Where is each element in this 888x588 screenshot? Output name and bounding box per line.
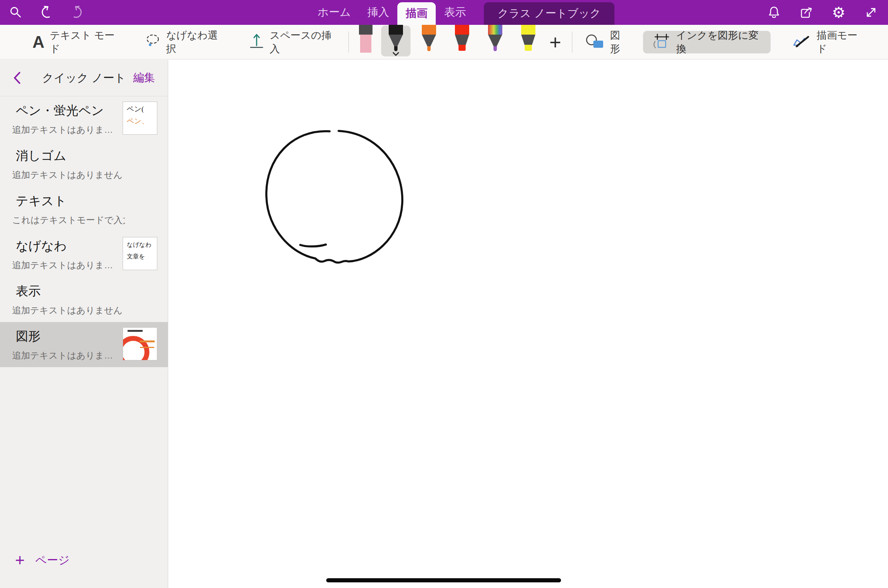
ink-to-shape-label: インクを図形に変換: [676, 29, 762, 56]
page-thumbnail: ペン(ペン、: [123, 102, 157, 135]
page-list-sidebar: クイック ノート 編集 ペン・蛍光ペン 追加テキストはありま… ペン(ペン、 消…: [0, 60, 168, 588]
page-list-item[interactable]: テキスト これはテキストモードで入力し…: [0, 187, 168, 232]
ribbon-tab-label: 挿入: [367, 5, 389, 20]
ribbon-tab-label: ホーム: [318, 5, 351, 20]
pen-icon: [388, 25, 404, 54]
page-list-item[interactable]: ペン・蛍光ペン 追加テキストはありま… ペン(ペン、: [0, 96, 168, 141]
ribbon-tab-挿入[interactable]: 挿入: [359, 0, 397, 25]
home-indicator-bar[interactable]: [326, 578, 561, 582]
pen-icon: [421, 25, 437, 54]
page-list-item[interactable]: 図形 追加テキストはありま…: [0, 322, 168, 367]
thumbnail-text-line: ペン(: [123, 102, 157, 114]
plus-icon: +: [15, 552, 25, 568]
insert-space-button[interactable]: スペースの挿入: [249, 29, 336, 56]
lasso-icon: [145, 33, 161, 50]
draw-ribbon: A テキスト モード なげなわ選択: [0, 25, 888, 59]
toolbar-divider: [572, 32, 572, 53]
sidebar-header: クイック ノート 編集: [0, 60, 168, 96]
page-subtitle: 追加テキストはありま…: [12, 124, 125, 136]
notebook-section-title: クイック ノート: [42, 70, 126, 86]
pen-icon: [487, 25, 503, 54]
ribbon-tab-ホーム[interactable]: ホーム: [309, 0, 359, 25]
text-mode-icon: A: [32, 34, 44, 50]
fullscreen-icon[interactable]: [864, 5, 878, 20]
page-title: 消しゴム: [16, 147, 157, 164]
thumbnail-text-line: 文章を: [123, 249, 157, 261]
page-list-item[interactable]: 消しゴム 追加テキストはありません: [0, 141, 168, 187]
insert-space-label: スペースの挿入: [270, 29, 336, 56]
pen-slot-orange-pen[interactable]: [412, 25, 446, 59]
top-bar-left-icons: [8, 0, 84, 25]
text-mode-button[interactable]: A テキスト モード: [32, 29, 119, 56]
top-bar: ホーム 挿入 描画 表示 クラス ノートブック ⚙: [0, 0, 888, 25]
lasso-select-button[interactable]: なげなわ選択: [145, 29, 222, 56]
page-title: テキスト: [16, 193, 157, 210]
shapes-button[interactable]: 図形: [584, 29, 628, 56]
ribbon-tab-表示[interactable]: 表示: [436, 0, 474, 25]
pen-icon: [357, 25, 374, 54]
page-subtitle: 追加テキストはありま…: [12, 259, 125, 271]
ink-to-shape-button[interactable]: インクを図形に変換: [643, 31, 771, 53]
page-list-item[interactable]: 表示 追加テキストはありません: [0, 277, 168, 322]
top-bar-right-icons: ⚙: [767, 0, 878, 25]
pen-slot-rainbow-pen[interactable]: [479, 25, 512, 59]
page-subtitle: 追加テキストはありま…: [12, 349, 125, 362]
page-thumbnail: [123, 327, 157, 360]
text-mode-label: テキスト モード: [50, 29, 119, 56]
insert-space-icon: [249, 32, 265, 52]
add-page-button[interactable]: + ページ: [15, 552, 70, 568]
draw-mode-label: 描画モード: [817, 29, 863, 56]
shapes-label: 図形: [610, 29, 628, 56]
undo-icon[interactable]: [39, 5, 53, 20]
draw-mode-button[interactable]: 描画モード: [792, 29, 863, 56]
ink-drawing-circle: [169, 60, 888, 588]
shapes-icon: [584, 33, 605, 51]
pen-icon: [520, 25, 537, 54]
ribbon-tab-label: 描画: [406, 6, 427, 21]
page-thumbnail: なげなわ文章を: [123, 237, 157, 270]
page-subtitle: 追加テキストはありません: [12, 169, 125, 181]
page-subtitle: 追加テキストはありません: [12, 304, 125, 316]
search-icon[interactable]: [8, 5, 23, 20]
notebook-tab[interactable]: クラス ノートブック: [484, 2, 614, 25]
ribbon-tab-描画[interactable]: 描画: [397, 2, 436, 25]
page-list-item[interactable]: なげなわ 追加テキストはありま… なげなわ文章を: [0, 232, 168, 277]
pen-slot-black-pen[interactable]: [379, 25, 412, 59]
ribbon-tab-bar: ホーム 挿入 描画 表示 クラス ノートブック: [309, 0, 614, 25]
pen-gallery: [352, 25, 545, 59]
page-subtitle: これはテキストモードで入力し…: [12, 214, 125, 226]
share-icon[interactable]: [799, 5, 813, 20]
page-title: 表示: [16, 283, 157, 300]
ribbon-tab-label: 表示: [444, 5, 466, 20]
settings-gear-icon[interactable]: ⚙: [832, 5, 846, 20]
edit-button[interactable]: 編集: [133, 70, 155, 85]
toolbar-divider: [348, 32, 349, 53]
thumbnail-text-line: ペン、: [123, 114, 157, 126]
note-canvas[interactable]: [169, 60, 888, 588]
pen-icon: [454, 25, 470, 54]
draw-mode-icon: [792, 34, 811, 50]
pen-slot-yellow-highlighter[interactable]: [512, 25, 545, 59]
notifications-icon[interactable]: [767, 5, 781, 20]
thumbnail-text-line: なげなわ: [123, 237, 157, 249]
redo-icon[interactable]: [70, 5, 84, 20]
onenote-app: ホーム 挿入 描画 表示 クラス ノートブック ⚙: [0, 0, 888, 588]
add-page-label: ページ: [35, 553, 70, 568]
add-pen-button[interactable]: +: [545, 32, 566, 52]
chevron-down-icon: [392, 51, 400, 58]
pen-slot-eraser[interactable]: [352, 25, 379, 59]
back-chevron-icon[interactable]: [13, 71, 21, 85]
pen-slot-red-marker[interactable]: [446, 25, 479, 59]
page-list: ペン・蛍光ペン 追加テキストはありま… ペン(ペン、 消しゴム 追加テキストはあ…: [0, 96, 168, 367]
lasso-select-label: なげなわ選択: [166, 29, 222, 56]
ink-to-shape-icon: [652, 33, 671, 51]
